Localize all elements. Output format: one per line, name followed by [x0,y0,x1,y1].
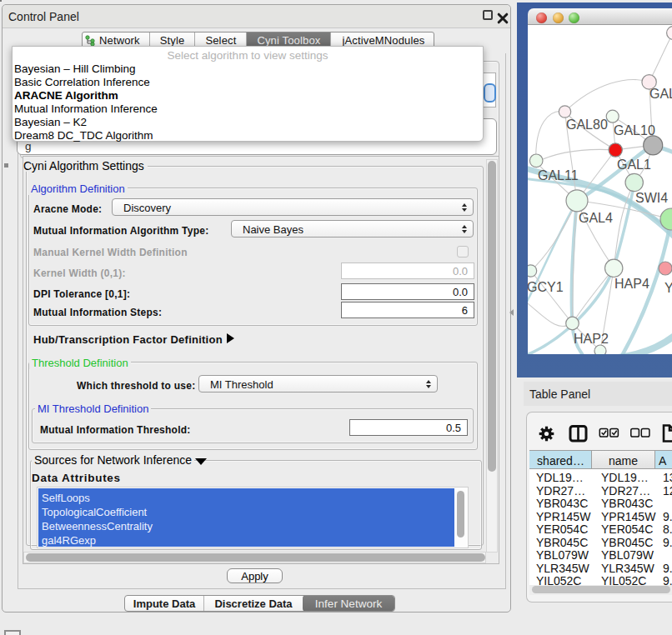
svg-text:GAL80: GAL80 [566,118,608,132]
svg-text:Y: Y [664,281,672,295]
svg-text:GAL10: GAL10 [614,123,655,138]
svg-text:GAL4: GAL4 [579,211,613,225]
svg-text:HAP4: HAP4 [614,277,649,291]
svg-text:SWI4: SWI4 [635,191,668,205]
svg-text:GCY1: GCY1 [528,280,564,294]
svg-text:GAL11: GAL11 [538,168,579,182]
svg-text:GAL2: GAL2 [649,87,672,101]
svg-text:HAP2: HAP2 [574,332,609,346]
svg-text:GAL1: GAL1 [617,158,651,172]
